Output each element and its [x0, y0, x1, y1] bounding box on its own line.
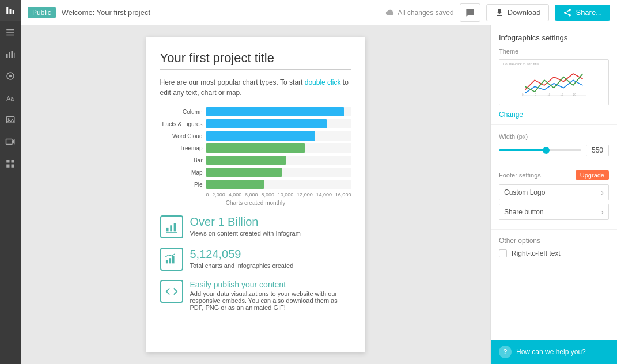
stat-desc-billion: Views on content created with Infogram [190, 230, 301, 237]
svg-rect-17 [6, 160, 9, 162]
bar-row-wordcloud: Word Cloud [160, 131, 351, 141]
card-title: Your first project title [160, 51, 351, 66]
other-options-section: Other options Right-to-left text [491, 230, 617, 264]
svg-rect-1 [10, 9, 12, 14]
infographic-card[interactable]: Your first project title Here are our mo… [146, 37, 365, 352]
help-icon: ? [499, 346, 512, 358]
stat-icon-billion [160, 215, 183, 238]
text-icon[interactable]: Aa [0, 88, 21, 108]
svg-rect-19 [6, 165, 9, 168]
code-icon [165, 285, 178, 298]
share-button[interactable]: Share... [555, 5, 610, 21]
width-slider-track[interactable] [499, 149, 581, 151]
share-button-chevron: › [601, 207, 604, 217]
rtl-checkbox-row: Right-to-left text [491, 249, 617, 264]
theme-mini-chart: 0 5 10 15 20 [503, 67, 605, 96]
svg-rect-3 [6, 29, 14, 31]
save-status: All changes saved [385, 8, 453, 17]
svg-rect-20 [12, 165, 14, 168]
stat-desc-publish: Add your data visualizations to your web… [190, 290, 351, 311]
share-button-dropdown[interactable]: Share button › [499, 204, 609, 220]
public-badge: Public [28, 7, 56, 18]
stat-row-charts: 5,124,059 Total charts and infographics … [160, 248, 351, 271]
settings-title: Infographics settings [499, 33, 609, 42]
stat-row-billion: Over 1 Billion Views on content created … [160, 215, 351, 238]
image-icon[interactable] [0, 109, 21, 130]
stat-number-charts: 5,124,059 [190, 248, 294, 261]
help-bar[interactable]: ? How can we help you? [491, 340, 617, 364]
svg-text:15: 15 [561, 93, 563, 96]
chart-title: Charts created monthly [160, 200, 351, 206]
svg-rect-2 [13, 10, 14, 14]
settings-section: Infographics settings Theme Double-click… [491, 25, 617, 125]
svg-point-14 [8, 118, 10, 120]
card-description: Here are our most popular chart types. T… [160, 77, 351, 98]
stat-number-billion: Over 1 Billion [190, 215, 301, 229]
bar-row-column: Column [160, 107, 351, 116]
theme-thumbnail[interactable]: Double-click to add title 0 5 10 15 20 [499, 59, 609, 105]
svg-rect-22 [170, 225, 172, 231]
bar-chart-icon [165, 221, 178, 233]
thumb-title: Double-click to add title [503, 62, 605, 66]
svg-rect-15 [6, 139, 13, 145]
download-label: Download [508, 8, 541, 17]
bookmark-icon[interactable] [0, 66, 21, 86]
download-icon [495, 8, 504, 17]
stat-row-publish: Easily publish your content Add your dat… [160, 280, 351, 311]
svg-rect-7 [9, 52, 10, 58]
download-button[interactable]: Download [486, 4, 550, 21]
help-text: How can we help you? [516, 348, 586, 356]
canvas-area[interactable]: Your first project title Here are our mo… [21, 25, 490, 364]
saved-text: All changes saved [398, 9, 453, 17]
content-area: Your first project title Here are our mo… [21, 25, 617, 364]
stat-icon-publish [160, 280, 183, 303]
double-click-link[interactable]: double click [305, 78, 341, 86]
share-icon [563, 8, 572, 17]
footer-label: Footer settings [499, 172, 541, 179]
footer-title-row: Footer settings Upgrade [499, 170, 609, 180]
width-label: Width (px) [499, 133, 609, 140]
comment-button[interactable] [460, 3, 480, 22]
custom-logo-dropdown[interactable]: Custom Logo › [499, 184, 609, 200]
slider-thumb[interactable] [543, 147, 550, 154]
menu-icon[interactable] [0, 22, 21, 43]
width-value[interactable]: 550 [586, 145, 609, 156]
svg-rect-26 [172, 256, 174, 264]
card-divider [160, 69, 351, 70]
svg-rect-8 [12, 51, 13, 58]
project-title: Welcome: Your first project [62, 8, 380, 17]
change-theme-button[interactable]: Change [499, 111, 523, 119]
bar-row-facts: Facts & Figures [160, 119, 351, 128]
stat-title-publish: Easily publish your content [190, 280, 351, 289]
app-logo[interactable] [0, 0, 21, 21]
slider-fill [499, 149, 544, 151]
width-section: Width (px) 550 [491, 125, 617, 162]
apps-icon[interactable] [0, 153, 21, 174]
width-row: 550 [499, 145, 609, 156]
share-button-label: Share button [504, 208, 544, 216]
theme-label: Theme [499, 48, 609, 55]
topbar: Public Welcome: Your first project All c… [21, 0, 617, 25]
cloud-icon [385, 8, 395, 17]
stat-icon-charts [160, 248, 183, 271]
rtl-checkbox[interactable] [499, 249, 507, 257]
right-panel: Infographics settings Theme Double-click… [490, 25, 617, 364]
charts-icon[interactable] [0, 44, 21, 65]
stat-desc-charts: Total charts and infographics created [190, 262, 294, 269]
rtl-label: Right-to-left text [512, 249, 561, 257]
svg-rect-24 [165, 260, 168, 264]
footer-section: Footer settings Upgrade Custom Logo › Sh… [491, 162, 617, 230]
svg-rect-0 [6, 7, 8, 14]
svg-point-11 [9, 75, 12, 78]
bar-row-map: Map [160, 168, 351, 177]
video-icon[interactable] [0, 131, 21, 152]
svg-rect-25 [169, 258, 171, 263]
svg-text:Aa: Aa [6, 95, 14, 102]
svg-rect-4 [6, 32, 14, 33]
upgrade-button[interactable]: Upgrade [576, 170, 609, 180]
bar-chart: Column Facts & Figures Word Cloud Treema… [160, 107, 351, 206]
main-area: Public Welcome: Your first project All c… [21, 0, 617, 364]
svg-rect-5 [6, 35, 14, 36]
svg-rect-6 [6, 54, 8, 58]
chart-x-labels: 0 2,000 4,000 6,000 8,000 10,000 12,000 … [160, 192, 351, 198]
